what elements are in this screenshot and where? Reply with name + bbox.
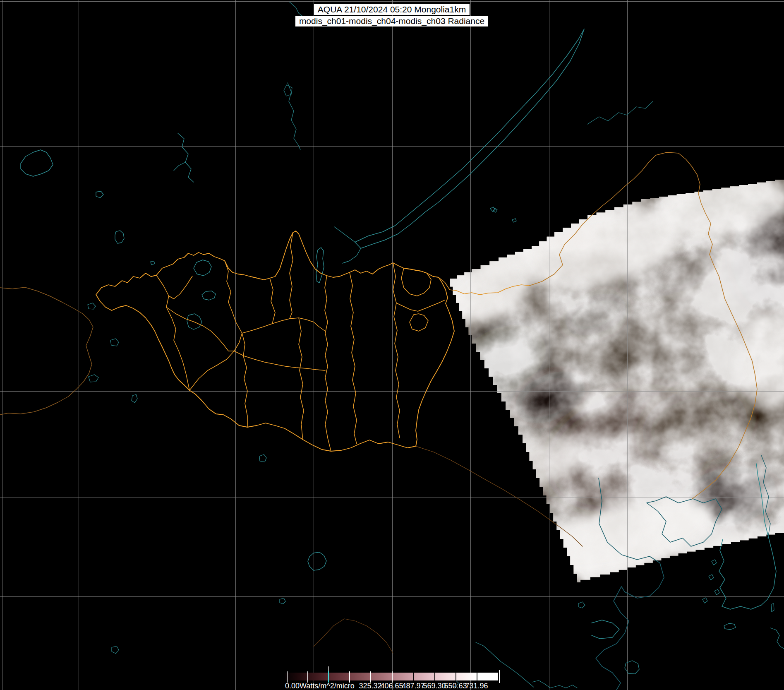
water-river-tuva — [178, 133, 194, 182]
border-china-border-south — [314, 619, 393, 653]
water-korea-islands-1 — [712, 560, 717, 565]
colorbar-value-label: 650.63 — [444, 682, 467, 690]
water-lake-elong-west — [115, 231, 124, 243]
water-river-top-center — [288, 83, 300, 150]
border-aimag-border-khovd — [166, 307, 234, 351]
colorbar-end-tick — [499, 670, 500, 683]
water-lake-speck-2 — [280, 598, 285, 604]
water-lake-uvs — [194, 260, 211, 276]
water-lake-speck-ne — [512, 219, 516, 222]
water-baikal-south-fork-b — [343, 248, 361, 263]
colorbar-tick — [349, 671, 350, 683]
satellite-quicklook-page: AQUA 21/10/2024 05:20 Mongolia1km modis_… — [0, 0, 784, 690]
water-lake-small-6 — [259, 454, 266, 462]
water-lake-bottom-center — [308, 552, 326, 570]
water-jeju-island — [724, 623, 736, 630]
swath-dark-land-patch — [432, 380, 502, 464]
colorbar-value-label: 731.96 — [465, 682, 488, 690]
border-aimag-border-khentii — [396, 300, 445, 311]
border-aimag-border-gobi — [299, 318, 304, 440]
border-aimag-border-zavkhan — [225, 261, 247, 427]
colorbar-value-label: 406.65 — [380, 682, 403, 690]
colorbar-tick — [287, 671, 288, 683]
title-line-2: modis_ch01-modis_ch04-modis_ch03 Radianc… — [295, 16, 488, 26]
water-korea-islands-2 — [709, 575, 714, 580]
colorbar-tick — [434, 671, 435, 683]
water-lake-small-1 — [96, 191, 103, 198]
border-kazakh-altai-border — [0, 287, 93, 415]
water-lake-tuva-west — [21, 150, 53, 176]
colorbar-tick — [477, 671, 477, 683]
water-lake-speck-1 — [151, 261, 155, 265]
water-taihu-loop — [625, 661, 639, 674]
water-lake-small-5 — [132, 394, 137, 403]
border-aimag-border-khangai — [325, 276, 331, 451]
water-korea-islands-4 — [702, 598, 707, 603]
colorbar-tick — [307, 671, 308, 683]
colorbar-marker-above — [328, 666, 329, 671]
water-lake-speck-3 — [112, 646, 119, 654]
colorbar-tick — [456, 671, 456, 683]
water-rivers-ne-baikal — [587, 101, 653, 124]
water-kyushu-coast — [770, 628, 784, 649]
water-lake-baikal — [355, 29, 584, 248]
colorbar-tick — [370, 671, 371, 683]
colorbar-tick — [392, 671, 393, 683]
colorbar-tick — [413, 671, 414, 683]
border-aimag-border-west-2 — [189, 333, 242, 390]
water-baikal-south-fork-a — [334, 227, 355, 242]
border-aimag-border-mid-v2 — [290, 233, 293, 319]
water-lake-small-2 — [88, 303, 96, 309]
colorbar-tick — [328, 671, 329, 683]
border-aimag-border-central — [350, 272, 357, 444]
water-lake-small-3 — [110, 339, 119, 346]
colorbar-units-label: 0.00Watts/m^2/micro — [285, 682, 355, 690]
border-mongolia-outline — [96, 231, 454, 451]
water-river-tuva-branch — [174, 162, 185, 171]
image-title: AQUA 21/10/2024 05:20 Mongolia1km modis_… — [295, 4, 488, 26]
water-tsushima-island — [771, 603, 774, 612]
swath-bright-cloud — [410, 480, 484, 555]
border-aimag-border-east-v — [393, 263, 400, 438]
water-lake-small-4 — [89, 375, 98, 382]
title-line-1: AQUA 21/10/2024 05:20 Mongolia1km — [314, 4, 470, 15]
water-china-coast-islands-3 — [532, 680, 577, 688]
border-aimag-border-selenge-loop — [401, 268, 431, 296]
water-lake-khyargas — [202, 291, 216, 300]
border-aimag-border-south-h — [234, 351, 325, 370]
colorbar-value-label: 487.97 — [402, 682, 424, 690]
water-lake-khar-us — [187, 314, 202, 329]
water-lake-pair-ne-2 — [493, 208, 497, 212]
border-aimag-border-mid-h — [242, 318, 325, 333]
colorbar-value-label: 325.32 — [359, 682, 381, 690]
colorbar-value-label: 569.30 — [423, 682, 446, 690]
water-lake-khovsgol — [316, 248, 324, 283]
border-aimag-border-west-1 — [156, 275, 189, 390]
border-aimag-border-small-loop — [410, 314, 428, 331]
water-shandong-peninsula — [592, 620, 619, 639]
map-canvas — [0, 0, 784, 690]
water-yellow-sea-islands — [578, 602, 585, 608]
colorbar-gradient — [285, 673, 498, 680]
border-aimag-border-mid-v1 — [270, 278, 275, 324]
water-korea-islands-3 — [714, 589, 719, 595]
border-aimag-border-uvs — [169, 276, 192, 299]
